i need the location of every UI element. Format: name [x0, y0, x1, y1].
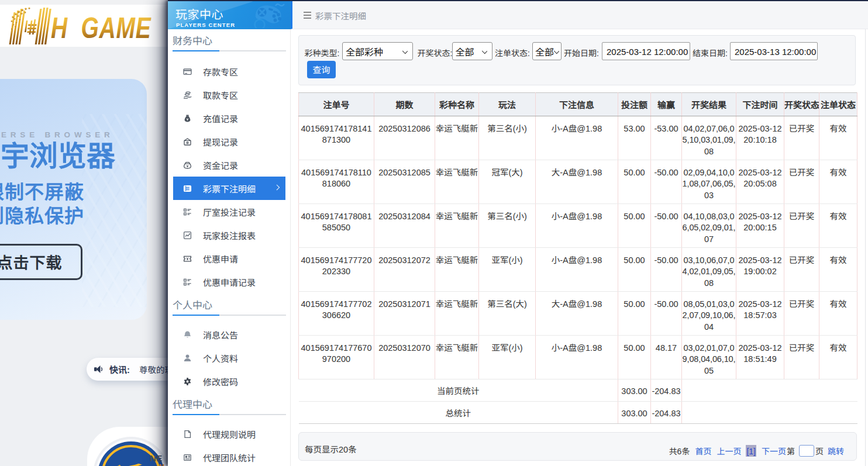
- svg-text:H GAME: H GAME: [51, 11, 152, 44]
